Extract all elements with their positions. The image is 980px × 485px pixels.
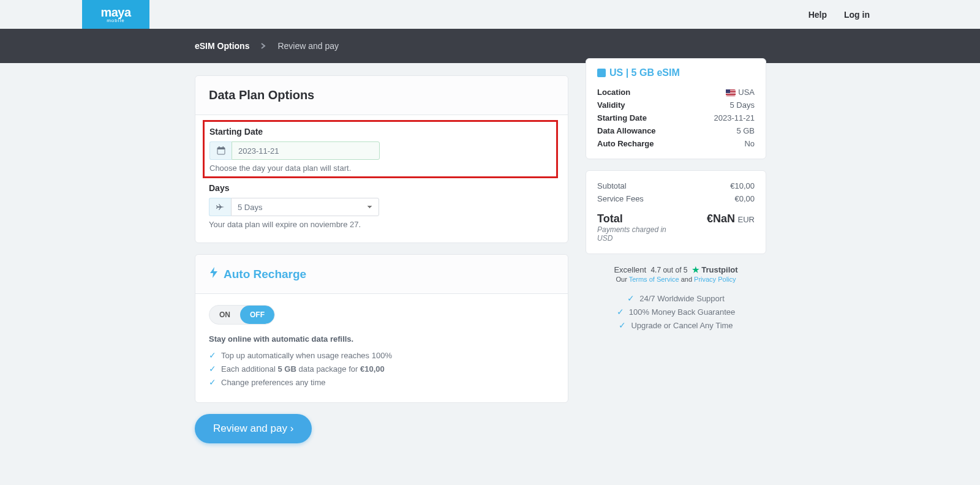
tos-link[interactable]: Terms of Service bbox=[629, 276, 679, 283]
payment-note: Payments charged in USD bbox=[597, 225, 677, 242]
start-value: 2023-11-21 bbox=[714, 113, 755, 122]
starting-date-helper: Choose the day your data plan will start… bbox=[209, 164, 551, 173]
check-icon: ✓ bbox=[627, 293, 635, 303]
logo[interactable]: maya mobile bbox=[82, 0, 149, 29]
total-currency: EUR bbox=[738, 215, 755, 224]
location-label: Location bbox=[597, 88, 630, 97]
breadcrumb-step-1[interactable]: eSIM Options bbox=[195, 41, 249, 51]
svg-rect-2 bbox=[219, 146, 220, 148]
svg-rect-1 bbox=[217, 148, 225, 149]
perk-item: ✓Upgrade or Cancel Any Time bbox=[586, 318, 766, 332]
totals-card: Subtotal€10,00 Service Fees€0,00 Total P… bbox=[586, 170, 766, 254]
card-header: Auto Recharge bbox=[195, 255, 568, 294]
total-value: €NaN bbox=[707, 212, 735, 225]
check-icon: ✓ bbox=[617, 307, 624, 317]
card-title: Data Plan Options bbox=[209, 88, 554, 102]
check-icon: ✓ bbox=[619, 320, 626, 330]
logo-subtext: mobile bbox=[107, 18, 125, 23]
help-link[interactable]: Help bbox=[809, 10, 827, 20]
total-label: Total bbox=[597, 212, 677, 225]
toggle-off-button[interactable]: OFF bbox=[240, 306, 274, 324]
login-link[interactable]: Log in bbox=[844, 10, 870, 20]
card-header: Data Plan Options bbox=[195, 76, 568, 115]
check-icon: ✓ bbox=[209, 364, 216, 374]
start-label: Starting Date bbox=[597, 113, 647, 122]
days-select[interactable]: 5 Days bbox=[231, 198, 379, 216]
toggle-on-button[interactable]: ON bbox=[209, 306, 240, 324]
perk-list: ✓24/7 Worldwide Support ✓100% Money Back… bbox=[586, 291, 766, 332]
perk-item: ✓100% Money Back Guarantee bbox=[586, 305, 766, 318]
recharge-toggle: ON OFF bbox=[209, 305, 275, 325]
benefit-list: ✓Top up automatically when usage reaches… bbox=[209, 348, 554, 389]
calendar-icon[interactable] bbox=[209, 141, 232, 160]
data-plan-card: Data Plan Options Starting Date Choose t… bbox=[195, 75, 568, 243]
validity-label: Validity bbox=[597, 100, 625, 110]
recharge-headline: Stay online with automatic data refills. bbox=[209, 334, 554, 344]
top-nav: Help Log in bbox=[809, 10, 870, 20]
flag-icon bbox=[726, 89, 736, 96]
subtotal-label: Subtotal bbox=[597, 181, 627, 190]
validity-value: 5 Days bbox=[730, 100, 755, 110]
summary-card: US | 5 GB eSIM LocationUSA Validity5 Day… bbox=[586, 58, 766, 159]
plane-icon bbox=[209, 198, 231, 216]
subtotal-value: €10,00 bbox=[730, 181, 755, 190]
starting-date-input[interactable] bbox=[232, 141, 380, 160]
benefit-item: ✓Top up automatically when usage reaches… bbox=[209, 348, 554, 362]
bolt-icon bbox=[209, 267, 219, 281]
card-title: Auto Recharge bbox=[224, 268, 306, 281]
days-helper: Your data plan will expire on noviembre … bbox=[209, 220, 554, 229]
starting-date-label: Starting Date bbox=[209, 127, 551, 137]
fees-label: Service Fees bbox=[597, 194, 644, 203]
sim-icon bbox=[597, 69, 606, 77]
days-label: Days bbox=[209, 183, 554, 193]
auto-value: No bbox=[744, 139, 755, 148]
chevron-right-icon bbox=[260, 40, 266, 51]
summary-title: US | 5 GB eSIM bbox=[597, 67, 755, 78]
star-icon: ★ bbox=[692, 265, 699, 274]
review-and-pay-button[interactable]: Review and pay › bbox=[195, 414, 312, 443]
breadcrumb-step-2: Review and pay bbox=[277, 41, 339, 51]
allowance-value: 5 GB bbox=[736, 126, 755, 135]
fees-value: €0,00 bbox=[734, 194, 755, 203]
allowance-label: Data Allowance bbox=[597, 126, 656, 135]
privacy-link[interactable]: Privacy Policy bbox=[694, 276, 736, 283]
check-icon: ✓ bbox=[209, 350, 216, 360]
benefit-item: ✓Change preferences any time bbox=[209, 375, 554, 389]
highlighted-region: Starting Date Choose the day your data p… bbox=[203, 120, 558, 178]
benefit-item: ✓ Each additional 5 GB data package for … bbox=[209, 362, 554, 375]
breadcrumb: eSIM Options Review and pay bbox=[0, 29, 980, 63]
perk-item: ✓24/7 Worldwide Support bbox=[586, 291, 766, 305]
svg-rect-3 bbox=[222, 146, 224, 148]
trust-block: Excellent 4.7 out of 5 ★ Trustpilot Our … bbox=[586, 265, 766, 332]
top-bar: maya mobile Help Log in bbox=[0, 0, 980, 29]
auto-label: Auto Recharge bbox=[597, 139, 654, 148]
check-icon: ✓ bbox=[209, 377, 216, 387]
auto-recharge-card: Auto Recharge ON OFF Stay online with au… bbox=[195, 254, 568, 403]
location-value: USA bbox=[726, 88, 755, 97]
